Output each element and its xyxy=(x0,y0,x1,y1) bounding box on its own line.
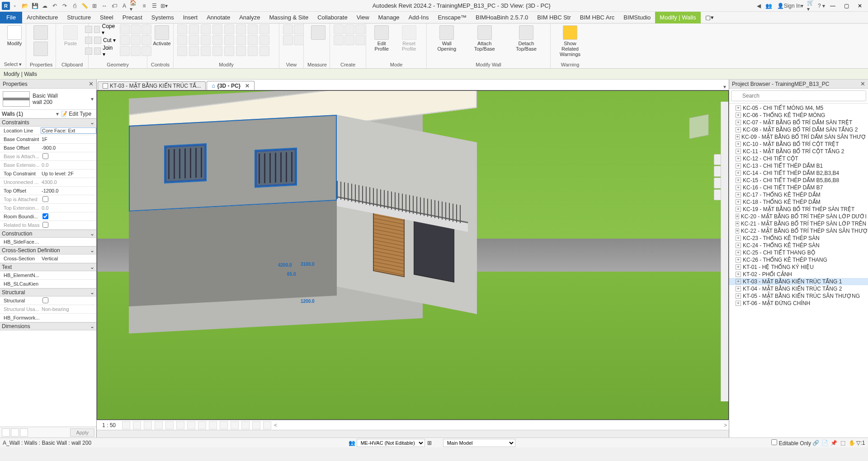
expand-icon[interactable]: + xyxy=(736,156,741,161)
edit-type-button[interactable]: 📝 Edit Type xyxy=(61,111,91,117)
create-btn-4[interactable] xyxy=(334,35,344,45)
prop-row[interactable]: HB_SideFaceF... xyxy=(0,238,96,246)
panel-select-label[interactable]: Select ▾ xyxy=(4,61,22,67)
expand-icon[interactable]: + xyxy=(736,301,741,306)
properties-button[interactable] xyxy=(30,24,52,57)
create-btn-5[interactable] xyxy=(344,35,354,45)
view-btn-3[interactable] xyxy=(283,35,293,45)
tree-item[interactable]: +KC-24 - THỐNG KÊ THÉP SÀN xyxy=(729,242,868,249)
shadows-icon[interactable] xyxy=(155,421,163,429)
minimize-button[interactable]: — xyxy=(826,1,839,10)
mod-pin-icon[interactable] xyxy=(201,35,211,45)
tree-item[interactable]: +KC-26 - THỐNG KÊ THÉP THANG xyxy=(729,256,868,263)
filter-icon[interactable]: ▽:1 xyxy=(857,439,865,447)
sign-in-button[interactable]: 👤 Sign In ▾ xyxy=(774,1,806,10)
qat-tag-icon[interactable]: 🏷 xyxy=(110,1,119,10)
qat-sync-icon[interactable]: ☁ xyxy=(40,1,49,10)
dimension-label[interactable]: 3100.0 xyxy=(301,262,315,267)
prop-row[interactable]: Base Extensio...0.0 xyxy=(0,161,96,169)
tree-item[interactable]: +KC-13 - CHI TIẾT THÉP DẦM B1 xyxy=(729,162,868,169)
mod-b2-icon[interactable] xyxy=(189,46,199,56)
expand-icon[interactable]: + xyxy=(736,293,741,299)
workset-menu-icon[interactable]: ⊞ xyxy=(425,439,434,447)
tree-item[interactable]: +KC-23 - THỐNG KÊ THÉP SÀN xyxy=(729,235,868,242)
window-element[interactable] xyxy=(165,144,206,183)
design-options-select[interactable]: Main Model xyxy=(443,439,515,447)
expand-icon[interactable]: + xyxy=(736,207,741,212)
expand-icon[interactable]: + xyxy=(736,279,741,284)
tree-item[interactable]: +KT-05 - MẶT BẰNG KIẾN TRÚC SÂN THƯỢNG xyxy=(729,292,868,300)
expand-icon[interactable]: + xyxy=(736,149,741,154)
tree-item[interactable]: +KT-03 - MẶT BẰNG KIẾN TRÚC TẦNG 1 xyxy=(729,278,868,285)
tab-add-ins[interactable]: Add-Ins xyxy=(404,12,434,24)
mod-b4-icon[interactable] xyxy=(212,46,222,56)
scrollbar-horizontal[interactable] xyxy=(97,430,729,437)
tree-item[interactable]: +KC-06 - THỐNG KÊ THÉP MÓNG xyxy=(729,112,868,119)
prop-value[interactable]: Core Face: Ext xyxy=(41,127,96,134)
mod-b7-icon[interactable] xyxy=(248,46,258,56)
tab-modify-walls[interactable]: Modify | Walls xyxy=(655,12,700,24)
tab-view[interactable]: View xyxy=(352,12,374,24)
prop-value[interactable] xyxy=(41,153,96,160)
tab-massing-site[interactable]: Massing & Site xyxy=(264,12,313,24)
prop-value[interactable] xyxy=(41,297,96,304)
tab-collaborate[interactable]: Collaborate xyxy=(313,12,352,24)
tab-overflow-icon[interactable]: ▾ xyxy=(721,84,729,90)
tree-item[interactable]: +KC-07 - MẶT BẰNG BỐ TRÍ DẦM SÀN TRỆT xyxy=(729,119,868,126)
prop-value[interactable]: 4300.0 xyxy=(41,179,96,185)
tree-item[interactable]: +KC-05 - CHI TIẾT MÓNG M4, M5 xyxy=(729,104,868,112)
prop-row[interactable]: Top Offset-1200.0 xyxy=(0,187,96,195)
cart-icon[interactable]: 🛒▾ xyxy=(807,1,816,10)
window-element[interactable] xyxy=(255,149,296,187)
prop-value[interactable]: 0.0 xyxy=(41,205,96,211)
tab-structure[interactable]: Structure xyxy=(62,12,95,24)
prop-row[interactable]: Unconnected ...4300.0 xyxy=(0,178,96,187)
select-underlay-icon[interactable]: 📄 xyxy=(821,439,829,447)
prop-row[interactable]: Base Constraint1F xyxy=(0,135,96,144)
expand-icon[interactable]: + xyxy=(736,243,741,248)
project-browser-header[interactable]: Project Browser - TrainingMEP_B13_PC ✕ xyxy=(729,80,868,89)
expand-icon[interactable]: + xyxy=(736,286,741,292)
garage-element[interactable] xyxy=(414,220,454,282)
tree-item[interactable]: +KC-14 - CHI TIẾT THÉP DẦM B2,B3,B4 xyxy=(729,169,868,177)
prop-row[interactable]: Base is Attach... xyxy=(0,152,96,161)
prop-value[interactable]: Vertical xyxy=(41,256,96,261)
prop-row[interactable]: Base Offset-900.0 xyxy=(0,144,96,152)
sun-path-icon[interactable] xyxy=(144,421,152,429)
expand-icon[interactable]: + xyxy=(736,170,741,176)
expand-icon[interactable]: + xyxy=(736,127,741,132)
tree-item[interactable]: +KC-22 - MẶT BẰNG BỐ TRÍ THÉP SÀN SÂN TH… xyxy=(729,227,868,235)
create-btn-3[interactable] xyxy=(355,24,365,34)
cut-geom-button[interactable]: Cut ▾ xyxy=(92,35,118,45)
prop-group-header[interactable]: Constraints⌄ xyxy=(0,118,96,127)
detach-button[interactable]: Detach Top/Base xyxy=(506,24,547,52)
prop-row[interactable]: Room Boundi... xyxy=(0,212,96,221)
cope-button[interactable]: Cope ▾ xyxy=(92,24,118,34)
prop-group-header[interactable]: Structural⌄ xyxy=(0,288,96,296)
mod-array-icon[interactable] xyxy=(236,24,246,34)
mod-delete-icon[interactable] xyxy=(236,35,246,45)
visual-style-icon[interactable] xyxy=(133,421,141,429)
tab-steel[interactable]: Steel xyxy=(95,12,118,24)
mod-extend-icon[interactable] xyxy=(248,35,258,45)
drag-elements-icon[interactable]: ✋ xyxy=(848,439,856,447)
expand-icon[interactable]: + xyxy=(736,163,741,169)
qat-home-icon[interactable]: 🏠▾ xyxy=(130,1,139,10)
tab-enscape-[interactable]: Enscape™ xyxy=(433,12,471,24)
qat-save-icon[interactable]: 💾 xyxy=(30,1,39,10)
rendering-icon[interactable] xyxy=(165,421,174,429)
select-links-icon[interactable]: 🔗 xyxy=(811,439,820,447)
mod-move-icon[interactable] xyxy=(177,24,187,34)
mod-trim-icon[interactable] xyxy=(212,24,222,34)
qat-align-icon[interactable]: ⊞ xyxy=(90,1,99,10)
prop-row[interactable]: Top ConstraintUp to level: 2F xyxy=(0,169,96,178)
view-btn-4[interactable] xyxy=(294,35,304,45)
mod-group-icon[interactable] xyxy=(224,35,234,45)
prop-group-header[interactable]: Cross-Section Definition⌄ xyxy=(0,246,96,254)
view-scale[interactable]: 1 : 50 xyxy=(99,422,119,428)
file-menu[interactable]: File xyxy=(0,12,22,24)
join-button[interactable]: Join ▾ xyxy=(92,46,118,56)
prop-row[interactable]: Structural xyxy=(0,296,96,305)
qat-measure-icon[interactable]: 📏 xyxy=(80,1,89,10)
prop-value[interactable] xyxy=(41,222,96,229)
